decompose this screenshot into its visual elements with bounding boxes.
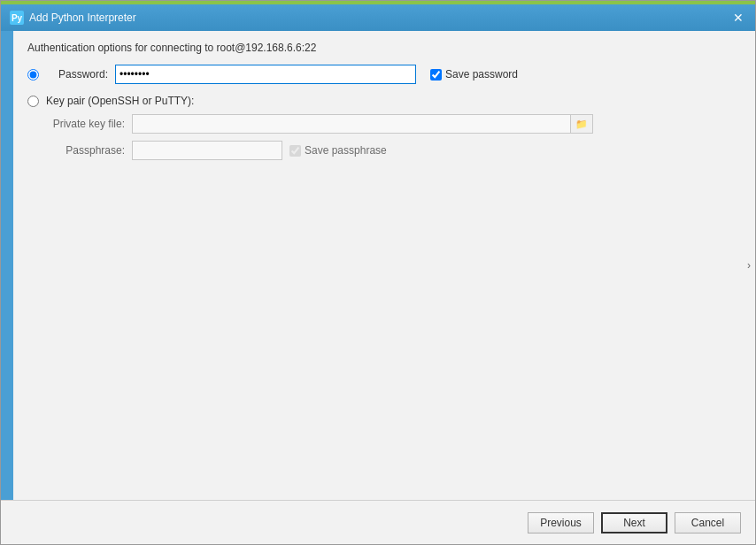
- save-password-checkbox[interactable]: [430, 69, 442, 81]
- keypair-radio-row: Key pair (OpenSSH or PuTTY):: [27, 95, 729, 107]
- app-icon: Py: [10, 11, 24, 25]
- dialog-footer: Previous Next Cancel: [1, 500, 755, 544]
- passphrase-input[interactable]: [132, 141, 282, 160]
- next-button[interactable]: Next: [601, 512, 667, 533]
- title-bar: Py Add Python Interpreter ✕: [1, 4, 755, 31]
- passphrase-row: Passphrase: Save passphrase: [45, 141, 729, 160]
- private-key-label: Private key file:: [45, 118, 125, 130]
- content-spacer: [13, 167, 743, 500]
- passphrase-label: Passphrase:: [45, 144, 125, 157]
- password-radio[interactable]: [27, 69, 39, 81]
- private-key-row: Private key file: 📁: [45, 114, 729, 134]
- password-option-row: Password: Save password: [27, 65, 729, 84]
- cancel-button[interactable]: Cancel: [675, 512, 741, 533]
- left-sidebar: [1, 31, 13, 500]
- save-password-container: Save password: [430, 68, 518, 81]
- title-bar-left: Py Add Python Interpreter: [10, 11, 136, 25]
- keypair-label[interactable]: Key pair (OpenSSH or PuTTY):: [46, 95, 194, 107]
- add-python-interpreter-dialog: Py Add Python Interpreter ✕ Authenticati…: [0, 0, 756, 545]
- close-button[interactable]: ✕: [730, 10, 746, 26]
- options-area: Password: Save password Key pair (OpenSS…: [13, 61, 743, 167]
- save-passphrase-checkbox[interactable]: [289, 145, 301, 157]
- save-passphrase-container: Save passphrase: [289, 144, 387, 157]
- private-key-input[interactable]: [132, 114, 571, 134]
- dialog-title: Add Python Interpreter: [29, 12, 136, 24]
- right-side: ›: [743, 31, 755, 500]
- previous-button[interactable]: Previous: [528, 512, 594, 533]
- password-input[interactable]: [115, 65, 416, 84]
- save-passphrase-label[interactable]: Save passphrase: [305, 144, 387, 157]
- save-password-label[interactable]: Save password: [445, 68, 518, 81]
- private-key-input-container: 📁: [132, 114, 593, 134]
- keypair-radio[interactable]: [27, 96, 39, 107]
- password-label[interactable]: Password:: [46, 68, 108, 81]
- keypair-fields: Private key file: 📁 Passphrase:: [45, 114, 729, 160]
- browse-icon: 📁: [575, 119, 588, 130]
- dialog-body: Authentication options for connecting to…: [13, 31, 743, 500]
- scroll-arrow-icon: ›: [747, 259, 751, 272]
- main-content: Authentication options for connecting to…: [1, 31, 755, 500]
- keypair-section: Key pair (OpenSSH or PuTTY): Private key…: [27, 95, 729, 160]
- browse-button[interactable]: 📁: [570, 114, 593, 134]
- auth-description: Authentication options for connecting to…: [13, 31, 743, 61]
